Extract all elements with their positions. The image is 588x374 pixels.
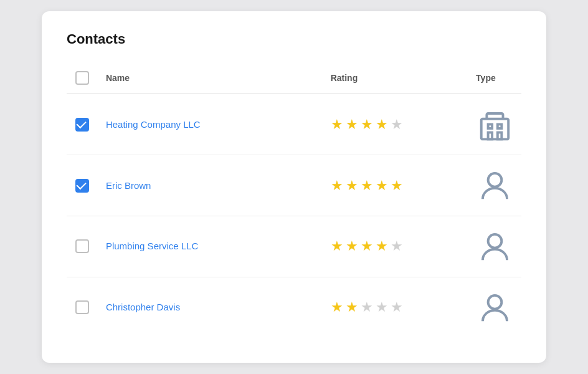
person-icon <box>476 166 514 204</box>
star-filled: ★ <box>376 179 388 193</box>
star-empty: ★ <box>376 300 388 314</box>
stars-eric-brown: ★★★★★ <box>331 179 461 193</box>
stars-plumbing-service: ★★★★★ <box>331 239 461 253</box>
star-empty: ★ <box>361 300 373 314</box>
page-title: Contacts <box>67 31 521 47</box>
person-icon <box>476 228 514 266</box>
svg-point-5 <box>488 173 502 187</box>
svg-rect-2 <box>498 125 502 129</box>
svg-rect-0 <box>481 119 509 140</box>
person-icon <box>476 289 514 327</box>
row-checkbox-heating-company[interactable] <box>75 118 89 132</box>
star-empty: ★ <box>391 239 403 253</box>
table-row: Heating Company LLC★★★★★ <box>67 94 521 155</box>
row-checkbox-eric-brown[interactable] <box>75 179 89 193</box>
contact-link-christopher-davis[interactable]: Christopher Davis <box>106 302 180 312</box>
col-header-type: Type <box>468 65 521 94</box>
contact-link-eric-brown[interactable]: Eric Brown <box>106 180 151 191</box>
star-filled: ★ <box>361 239 373 253</box>
stars-heating-company: ★★★★★ <box>331 118 461 132</box>
contacts-table: Name Rating Type Heating Company LLC★★★★… <box>67 65 521 338</box>
col-header-name: Name <box>98 65 323 94</box>
svg-rect-3 <box>488 133 493 140</box>
contact-link-heating-company[interactable]: Heating Company LLC <box>106 119 201 130</box>
svg-point-7 <box>488 295 502 309</box>
star-filled: ★ <box>331 179 343 193</box>
table-row: Plumbing Service LLC★★★★★ <box>67 216 521 277</box>
star-filled: ★ <box>346 179 358 193</box>
star-filled: ★ <box>346 118 358 132</box>
stars-christopher-davis: ★★★★★ <box>331 300 461 314</box>
table-row: Eric Brown★★★★★ <box>67 155 521 216</box>
star-filled: ★ <box>376 118 388 132</box>
select-all-checkbox[interactable] <box>75 71 89 85</box>
star-filled: ★ <box>346 239 358 253</box>
row-checkbox-plumbing-service[interactable] <box>75 239 89 253</box>
star-filled: ★ <box>391 179 403 193</box>
star-empty: ★ <box>391 118 403 132</box>
table-row: Christopher Davis★★★★★ <box>67 277 521 337</box>
star-filled: ★ <box>376 239 388 253</box>
col-header-rating: Rating <box>323 65 468 94</box>
row-checkbox-christopher-davis[interactable] <box>75 300 89 314</box>
star-filled: ★ <box>346 300 358 314</box>
star-filled: ★ <box>331 239 343 253</box>
star-filled: ★ <box>331 300 343 314</box>
star-filled: ★ <box>361 179 373 193</box>
star-filled: ★ <box>331 118 343 132</box>
star-empty: ★ <box>391 300 403 314</box>
svg-point-6 <box>488 234 502 248</box>
company-icon <box>476 105 514 143</box>
contact-link-plumbing-service[interactable]: Plumbing Service LLC <box>106 241 198 251</box>
contacts-card: Contacts Name Rating Type Heating Compan… <box>42 11 546 363</box>
star-filled: ★ <box>361 118 373 132</box>
svg-rect-1 <box>488 125 493 129</box>
svg-rect-4 <box>498 133 502 140</box>
